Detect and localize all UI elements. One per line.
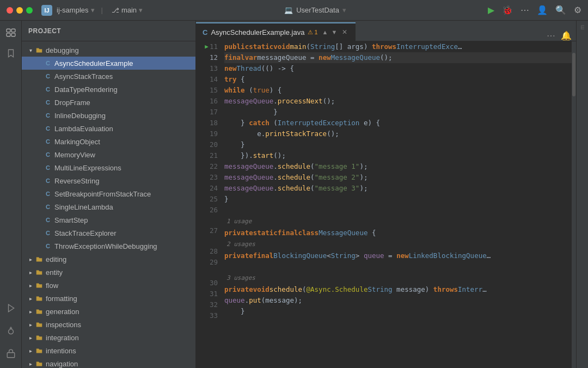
item-label: SmartStep: [54, 216, 191, 224]
sidebar-item-entity[interactable]: entity: [22, 266, 195, 279]
sidebar-item-SetBreakpointFromStackTrace[interactable]: CSetBreakpointFromStackTrace: [22, 187, 195, 200]
file-icon: C: [44, 203, 52, 211]
sidebar-item-StackTraceExplorer[interactable]: CStackTraceExplorer: [22, 226, 195, 240]
title-bar-right: ▶ 🐞 ⋯ 👤 🔍 ⚙: [488, 5, 581, 15]
code-line: [224, 317, 572, 328]
tree-arrow: [26, 359, 35, 368]
sidebar-item-MultiLineExpressions[interactable]: CMultiLineExpressions: [22, 161, 195, 174]
tab-file-icon: C: [203, 28, 207, 36]
file-icon: [35, 294, 44, 303]
run-config-icon: 💻: [284, 6, 293, 14]
line-number: 15: [196, 85, 218, 96]
tree-arrow: [35, 242, 44, 250]
file-icon: [35, 346, 44, 355]
sidebar-item-integration[interactable]: integration: [22, 331, 195, 344]
sidebar-item-AsyncStackTraces[interactable]: CAsyncStackTraces: [22, 70, 195, 83]
sidebar-item-editing[interactable]: editing: [22, 253, 195, 266]
sidebar-item-LambdaEvaluation[interactable]: CLambdaEvaluation: [22, 122, 195, 135]
item-label: formatting: [46, 295, 191, 303]
sidebar-item-DropFrame[interactable]: CDropFrame: [22, 96, 195, 109]
project-name[interactable]: ij-samples ▾: [57, 6, 95, 14]
run-button[interactable]: ▶: [488, 5, 494, 15]
sidebar-item-MemoryView[interactable]: CMemoryView: [22, 148, 195, 161]
notifications-icon[interactable]: 🔔: [561, 30, 572, 41]
line-number: 23: [196, 172, 218, 183]
sidebar-item-formatting[interactable]: formatting: [22, 292, 195, 305]
code-line: new Thread(() -> {: [224, 63, 572, 74]
activity-bookmarks[interactable]: [1, 44, 21, 63]
tree-arrow: [35, 176, 44, 185]
item-label: navigation: [46, 360, 191, 368]
tree-arrow: [26, 255, 35, 263]
tree-arrow: [35, 124, 44, 133]
code-line: messageQueue.schedule("message 3");: [224, 183, 572, 194]
code-line: [224, 261, 572, 272]
line-number: 31: [196, 289, 218, 299]
settings-icon[interactable]: ⚙: [574, 5, 581, 15]
sidebar-item-intentions[interactable]: intentions: [22, 344, 195, 357]
item-label: flow: [46, 281, 191, 290]
tab-close-button[interactable]: ✕: [340, 28, 349, 36]
sidebar-item-ReverseString[interactable]: CReverseString: [22, 174, 195, 187]
more-options-button[interactable]: ⋯: [520, 5, 529, 15]
file-icon: C: [44, 59, 52, 68]
sidebar-item-generation[interactable]: generation: [22, 305, 195, 318]
sidebar-item-SmartStep[interactable]: CSmartStep: [22, 213, 195, 226]
editor-tab-active[interactable]: C AsyncSchedulerExample.java ⚠ 1 ▲ ▼ ✕: [196, 22, 356, 41]
sidebar-tree[interactable]: debuggingCAsyncSchedulerExampleCAsyncSta…: [22, 41, 195, 368]
activity-debug[interactable]: [1, 321, 21, 341]
run-config-name[interactable]: UserTestData: [296, 6, 339, 14]
minimize-button[interactable]: [16, 7, 23, 14]
item-label: LambdaEvaluation: [54, 125, 191, 133]
right-gutter: m: [576, 21, 588, 368]
code-line: private final BlockingQueue<String> queu…: [224, 250, 572, 261]
code-line: final var messageQueue = new MessageQueu…: [224, 52, 572, 63]
file-icon: [35, 255, 44, 263]
item-label: DataTypeRendering: [54, 85, 191, 94]
code-hint-line: 2 usages: [224, 238, 572, 250]
warning-down[interactable]: ▼: [331, 29, 337, 35]
file-icon: C: [44, 216, 52, 224]
account-icon[interactable]: 👤: [537, 5, 548, 15]
file-icon: C: [44, 242, 52, 250]
scrollbar-thumb[interactable]: [572, 53, 575, 96]
activity-build[interactable]: [1, 344, 21, 364]
file-icon: [35, 333, 44, 342]
line-number: 12: [196, 52, 218, 63]
sidebar-item-inspections[interactable]: inspections: [22, 318, 195, 331]
file-icon: [35, 320, 44, 329]
sidebar-item-SingleLineLambda[interactable]: CSingleLineLambda: [22, 200, 195, 213]
warning-up[interactable]: ▲: [322, 29, 328, 35]
sidebar-item-debugging[interactable]: debugging: [22, 44, 195, 57]
search-icon[interactable]: 🔍: [555, 5, 566, 15]
warning-count: 1: [314, 29, 317, 35]
line-number: 33: [196, 310, 218, 321]
code-line: private static final class MessageQueue …: [224, 228, 572, 238]
sidebar-item-ThrowExceptionWhileDebugging[interactable]: CThrowExceptionWhileDebugging: [22, 240, 195, 253]
item-label: StackTraceExplorer: [54, 229, 191, 237]
sidebar-item-AsyncSchedulerExample[interactable]: CAsyncSchedulerExample: [22, 57, 195, 70]
tab-more-button[interactable]: ⋯: [547, 30, 555, 41]
maximize-button[interactable]: [26, 7, 33, 14]
sidebar-item-MarkingObject[interactable]: CMarkingObject: [22, 135, 195, 148]
tree-arrow: [35, 85, 44, 94]
sidebar-item-navigation[interactable]: navigation: [22, 357, 195, 368]
debug-button[interactable]: 🐞: [502, 5, 513, 15]
line-number: 22: [196, 161, 218, 172]
code-line: }: [224, 306, 572, 317]
svg-rect-3: [11, 33, 15, 36]
close-button[interactable]: [7, 7, 13, 14]
line-number: 28: [196, 246, 218, 257]
sidebar-item-DataTypeRendering[interactable]: CDataTypeRendering: [22, 83, 195, 96]
activity-run[interactable]: [1, 298, 21, 318]
file-icon: [35, 359, 44, 368]
file-icon: C: [44, 189, 52, 198]
code-content[interactable]: public static void main(String[] args) t…: [222, 41, 572, 368]
editor[interactable]: ▶111213141516171819202122232425262728293…: [196, 41, 576, 368]
scrollbar[interactable]: [572, 41, 576, 368]
branch-selector[interactable]: ⎇ main ▾: [112, 6, 143, 14]
sidebar-item-InlineDebugging[interactable]: CInlineDebugging: [22, 109, 195, 122]
activity-project[interactable]: [1, 23, 21, 42]
sidebar-item-flow[interactable]: flow: [22, 279, 195, 292]
warning-icon: ⚠: [308, 29, 313, 36]
